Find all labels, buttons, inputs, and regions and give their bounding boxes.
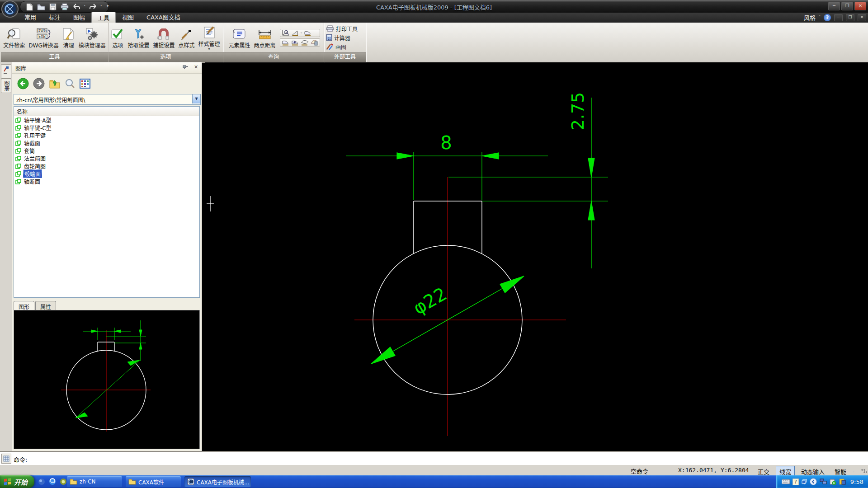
nav-views-icon[interactable] <box>80 79 90 89</box>
nav-search-icon[interactable] <box>65 78 75 89</box>
language-help-icon[interactable]: ? <box>793 479 799 485</box>
caxa-logo-icon[interactable] <box>1 0 19 18</box>
print-icon[interactable] <box>60 2 69 11</box>
query-rotate-icon[interactable] <box>301 39 309 46</box>
button-捕捉设置[interactable]: 捕捉设置 <box>151 26 176 50</box>
button-点样式[interactable]: 点样式 <box>177 26 196 50</box>
query-protractor-icon[interactable] <box>291 30 299 36</box>
style-menu[interactable]: 风格 <box>804 13 816 22</box>
nav-forward-icon[interactable] <box>33 78 45 89</box>
part-icon <box>15 179 21 184</box>
combo-dropdown-icon[interactable]: ▼ <box>192 94 200 103</box>
button-画图[interactable]: 画图 <box>326 42 346 51</box>
query-area-icon[interactable] <box>304 30 312 36</box>
hide-icons-chevron-icon[interactable] <box>810 478 817 485</box>
ribbon-tab-5[interactable]: 视图 <box>116 11 140 23</box>
cursor-coordinates: X:162.0471, Y:6.2804 <box>678 467 749 474</box>
help-icon[interactable]: ? <box>824 14 831 21</box>
button-DWG转换器[interactable]: DWGEXBDWG转换器 <box>27 26 60 50</box>
panel-close-icon[interactable]: ✕ <box>192 64 200 71</box>
button-两点距离[interactable]: 两点距离 <box>253 26 277 50</box>
restore-panel-icon[interactable] <box>802 479 807 484</box>
update-icon[interactable] <box>839 479 846 485</box>
nav-up-folder-icon[interactable] <box>49 78 61 89</box>
minimize-button[interactable]: ─ <box>828 2 840 10</box>
group-label: 选项 <box>108 52 223 62</box>
button-元素属性[interactable]: 元素属性 <box>227 26 251 50</box>
toggle-caret-icon[interactable]: ▾ <box>853 469 854 474</box>
ribbon-tab-3[interactable]: 图幅 <box>67 11 91 23</box>
list-item-label: 法兰简图 <box>23 155 47 162</box>
command-bar[interactable]: 命令: <box>0 451 868 465</box>
undo-icon[interactable] <box>72 2 81 11</box>
query-area-plus-icon[interactable] <box>291 39 299 46</box>
ie-icon[interactable] <box>49 478 56 485</box>
ribbon-tab-6[interactable]: CAXA图文档 <box>140 11 187 23</box>
command-bar-icon[interactable] <box>1 454 11 464</box>
button-文件检索[interactable]: 文件检索 <box>2 26 26 50</box>
save-icon[interactable] <box>48 2 57 11</box>
list-column-header[interactable]: 名称 <box>14 107 199 116</box>
query-calc-icon[interactable] <box>310 39 318 46</box>
ribbon-tab-2[interactable]: 标注 <box>42 11 67 23</box>
taskbar-task-2[interactable]: CAXA软件 <box>126 476 181 487</box>
list-item-孔用平键[interactable]: 孔用平键 <box>14 131 199 139</box>
taskbar-task-1[interactable]: zh-CN <box>67 476 122 487</box>
doc-close-button[interactable]: ✕ <box>858 14 866 21</box>
point-style-icon <box>180 27 193 40</box>
service-running-icon[interactable] <box>830 479 836 485</box>
side-tab-library[interactable]: 图册 <box>1 79 11 93</box>
list-item-轴平键-C型[interactable]: 轴平键-C型 <box>14 124 199 131</box>
media-player-icon[interactable] <box>60 478 67 485</box>
part-icon <box>15 148 21 154</box>
undo-dropdown-icon[interactable]: ˅ <box>84 5 86 9</box>
style-menu-caret-icon[interactable]: ˅ <box>819 15 821 19</box>
maximize-button[interactable]: ❐ <box>841 2 853 10</box>
button-清理[interactable]: 清理 <box>61 26 76 50</box>
button-拾取设置[interactable]: 拾取设置 <box>126 26 151 50</box>
button-打印工具[interactable]: 打印工具 <box>326 24 358 33</box>
nav-back-icon[interactable] <box>17 78 29 89</box>
doc-restore-button[interactable]: ❐ <box>846 14 854 21</box>
pin-icon[interactable] <box>183 64 190 71</box>
button-计算器[interactable]: 计算器 <box>326 33 350 42</box>
show-desktop-icon[interactable] <box>38 478 45 485</box>
protractor-caret-icon[interactable]: ▾ <box>301 31 302 35</box>
list-item-套筒[interactable]: 套筒 <box>14 147 199 155</box>
list-item-轴断面[interactable]: 轴断面 <box>14 178 199 185</box>
list-item-轴截面[interactable]: 轴截面 <box>14 139 199 147</box>
close-button[interactable]: ✕ <box>854 2 866 10</box>
redo-dropdown-icon[interactable]: ˅ <box>100 5 103 9</box>
keyboard-icon[interactable] <box>782 479 790 484</box>
redo-icon[interactable] <box>89 2 98 11</box>
list-item-齿轮简图[interactable]: 齿轮简图 <box>14 162 199 170</box>
dropdown-caret-icon[interactable]: ▾ <box>208 48 210 50</box>
svg-text:DWG: DWG <box>37 29 46 33</box>
list-item-轴平键-A型[interactable]: 轴平键-A型 <box>14 116 199 124</box>
ribbon-tab-1[interactable]: 常用 <box>18 11 42 23</box>
button-选项[interactable]: 选项 <box>110 26 125 50</box>
qat-customize-icon[interactable]: ▾ <box>107 4 109 8</box>
open-file-icon[interactable] <box>37 2 46 11</box>
button-样式管理[interactable]: 样式管理▾ <box>197 24 222 51</box>
paint-icon <box>326 43 334 50</box>
ribbon-tab-4[interactable]: 工具 <box>91 12 116 23</box>
button-模块管理器[interactable]: 模块管理器 <box>77 26 107 50</box>
taskbar-task-3[interactable]: CAXA电子图板机械... <box>184 476 251 487</box>
network-icon[interactable] <box>820 479 827 485</box>
query-row-2 <box>280 38 320 47</box>
style-manager-icon <box>203 25 216 39</box>
new-file-icon[interactable] <box>25 2 34 11</box>
pick-settings-icon <box>132 27 145 40</box>
query-slope-icon[interactable] <box>282 39 290 46</box>
query-angle-icon[interactable] <box>282 30 290 36</box>
button-label: 捕捉设置 <box>153 41 175 49</box>
start-button[interactable]: 开始 <box>0 475 34 488</box>
list-item-法兰简图[interactable]: 法兰简图 <box>14 155 199 162</box>
library-path-combobox[interactable]: zh-cn\常用图形\常用剖面图\ ▼ <box>14 94 201 105</box>
drawing-canvas[interactable]: 8 2.75 φ22 <box>205 62 868 451</box>
doc-minimize-button[interactable]: ─ <box>834 14 843 21</box>
resize-grip[interactable] <box>861 469 867 474</box>
list-item-毂端面[interactable]: 毂端面 <box>14 170 199 178</box>
side-tab-properties[interactable] <box>1 64 11 79</box>
